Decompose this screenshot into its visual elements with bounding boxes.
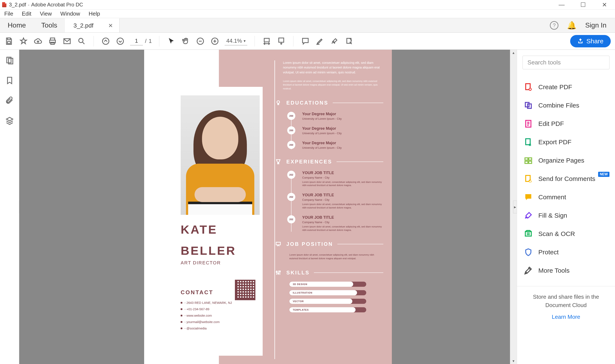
experience-item: 202 YOUR JOB TITLE Company Name - City L… bbox=[287, 215, 383, 232]
right-tools-panel: ▸ Search tools Create PDF Combine Files … bbox=[517, 50, 615, 364]
right-collapse-handle[interactable]: ▸ bbox=[513, 201, 517, 213]
comment-icon[interactable] bbox=[301, 37, 310, 46]
experience-item: 202 YOUR JOB TITLE Company Name - City L… bbox=[287, 193, 383, 209]
tool-icon bbox=[524, 248, 533, 257]
tool-item[interactable]: Fill & Sign bbox=[522, 206, 609, 225]
svg-point-19 bbox=[278, 273, 279, 274]
tool-item[interactable]: Export PDF bbox=[522, 133, 609, 151]
document-viewer[interactable]: KATE BELLER ART DIRECTOR CONTACT - 2643 … bbox=[19, 50, 517, 364]
svg-rect-26 bbox=[526, 139, 530, 145]
job-position-title: JOB POSITION bbox=[286, 241, 333, 247]
menubar: File Edit View Window Help bbox=[0, 10, 615, 18]
intro-paragraph-1: Lorem ipsum dolor sit amet, consectetuer… bbox=[274, 60, 383, 75]
fit-page-icon[interactable] bbox=[277, 37, 286, 46]
tab-tools[interactable]: Tools bbox=[34, 18, 65, 32]
tool-item[interactable]: Scan & OCR bbox=[522, 225, 609, 243]
page-down-icon[interactable] bbox=[116, 37, 125, 46]
email-icon[interactable] bbox=[62, 37, 72, 46]
search-icon[interactable] bbox=[77, 37, 86, 46]
tool-item[interactable]: More Tools bbox=[522, 261, 609, 280]
tab-document[interactable]: 3_2.pdf ✕ bbox=[65, 18, 120, 32]
degree-title: Your Degree Major bbox=[302, 112, 383, 116]
sign-icon[interactable] bbox=[330, 37, 339, 46]
sign-in-link[interactable]: Sign In bbox=[585, 21, 606, 29]
tool-icon bbox=[524, 156, 533, 165]
degree-title: Your Degree Major bbox=[302, 126, 383, 131]
education-timeline: 200 Your Degree Major University of Lore… bbox=[287, 112, 383, 149]
tool-icon bbox=[524, 266, 533, 275]
tool-item[interactable]: Create PDF bbox=[522, 78, 609, 96]
page-indicator: / 1 bbox=[130, 37, 152, 45]
year-dot: 200 bbox=[287, 141, 295, 149]
intro-paragraph-2: Lorem ipsum dolor sit amet, consectetuer… bbox=[274, 79, 383, 90]
thumbnails-icon[interactable] bbox=[5, 56, 14, 65]
page-separator: / bbox=[145, 38, 147, 44]
tool-item[interactable]: Protect bbox=[522, 243, 609, 261]
page-up-icon[interactable] bbox=[101, 37, 110, 46]
tool-icon bbox=[524, 174, 533, 183]
bookmarks-icon[interactable] bbox=[5, 76, 14, 86]
scroll-up-arrow[interactable]: ▴ bbox=[510, 50, 517, 56]
pdf-file-icon bbox=[2, 2, 6, 7]
hand-tool-icon[interactable] bbox=[181, 37, 190, 46]
job-sub: Company Name - City bbox=[302, 198, 383, 201]
menu-file[interactable]: File bbox=[3, 10, 14, 18]
bulb-icon bbox=[274, 99, 282, 107]
svg-rect-11 bbox=[264, 38, 269, 42]
tool-item[interactable]: Send for Comments NEW bbox=[522, 170, 609, 188]
layers-icon[interactable] bbox=[5, 116, 14, 126]
contact-phone: - +01-234-567-89 bbox=[185, 306, 209, 312]
tab-close-icon[interactable]: ✕ bbox=[108, 22, 113, 29]
fit-width-icon[interactable] bbox=[262, 37, 271, 46]
menu-edit[interactable]: Edit bbox=[21, 10, 33, 18]
menu-view[interactable]: View bbox=[39, 10, 53, 18]
maximize-button[interactable]: ☐ bbox=[579, 0, 587, 9]
zoom-in-icon[interactable] bbox=[210, 37, 220, 46]
tool-item[interactable]: Edit PDF bbox=[522, 115, 609, 133]
close-button[interactable]: ✕ bbox=[600, 0, 609, 9]
menu-window[interactable]: Window bbox=[59, 10, 81, 18]
print-icon[interactable] bbox=[48, 37, 57, 46]
tool-item[interactable]: Comment bbox=[522, 188, 609, 206]
cloud-upload-icon[interactable] bbox=[33, 37, 43, 46]
tool-item[interactable]: Combine Files bbox=[522, 96, 609, 115]
menu-help[interactable]: Help bbox=[87, 10, 101, 18]
page-number-input[interactable] bbox=[130, 37, 143, 45]
share-label: Share bbox=[586, 38, 603, 45]
tool-label: More Tools bbox=[538, 267, 570, 274]
tool-icon bbox=[524, 138, 533, 147]
save-icon[interactable] bbox=[4, 37, 14, 46]
scroll-down-arrow[interactable]: ▾ bbox=[510, 358, 517, 364]
attachments-icon[interactable] bbox=[5, 96, 14, 106]
tool-icon bbox=[524, 193, 533, 202]
tool-item[interactable]: Organize Pages bbox=[522, 151, 609, 170]
tool-icon bbox=[524, 119, 533, 128]
svg-point-6 bbox=[79, 38, 83, 42]
zoom-level[interactable]: 44.1% ▾ bbox=[225, 37, 247, 45]
tool-label: Fill & Sign bbox=[538, 212, 567, 219]
resume-name-first: KATE bbox=[181, 223, 255, 236]
toolbar: / 1 44.1% ▾ Share bbox=[0, 33, 615, 50]
window-appname: Adobe Acrobat Pro DC bbox=[31, 2, 83, 8]
skill-row: ILLUSTRATION bbox=[289, 290, 383, 295]
svg-rect-30 bbox=[529, 161, 532, 164]
search-tools-input[interactable]: Search tools bbox=[522, 56, 609, 69]
stamp-icon[interactable] bbox=[344, 37, 354, 46]
minimize-button[interactable]: — bbox=[557, 0, 566, 9]
highlight-icon[interactable] bbox=[315, 37, 325, 46]
star-icon[interactable] bbox=[19, 37, 28, 46]
select-tool-icon[interactable] bbox=[167, 37, 176, 46]
share-button[interactable]: Share bbox=[570, 35, 611, 47]
job-position-desc: Lorem ipsum dolor sit amet, consectetuer… bbox=[274, 253, 383, 260]
job-desc: Lorem ipsum dolor sit amet, consectetuer… bbox=[302, 225, 383, 232]
degree-sub: University of Lorem Ipsum - City bbox=[302, 132, 383, 135]
share-icon bbox=[577, 38, 583, 44]
contact-list: - 2643 RED LANE, NEWARK, NJ - +01-234-56… bbox=[181, 299, 255, 332]
zoom-out-icon[interactable] bbox=[196, 37, 205, 46]
help-icon[interactable]: ? bbox=[550, 21, 558, 30]
notifications-icon[interactable]: 🔔 bbox=[567, 21, 576, 30]
page-total: 1 bbox=[149, 38, 152, 44]
learn-more-link[interactable]: Learn More bbox=[522, 314, 609, 320]
degree-title: Your Degree Major bbox=[302, 141, 383, 145]
tab-home[interactable]: Home bbox=[0, 18, 34, 32]
